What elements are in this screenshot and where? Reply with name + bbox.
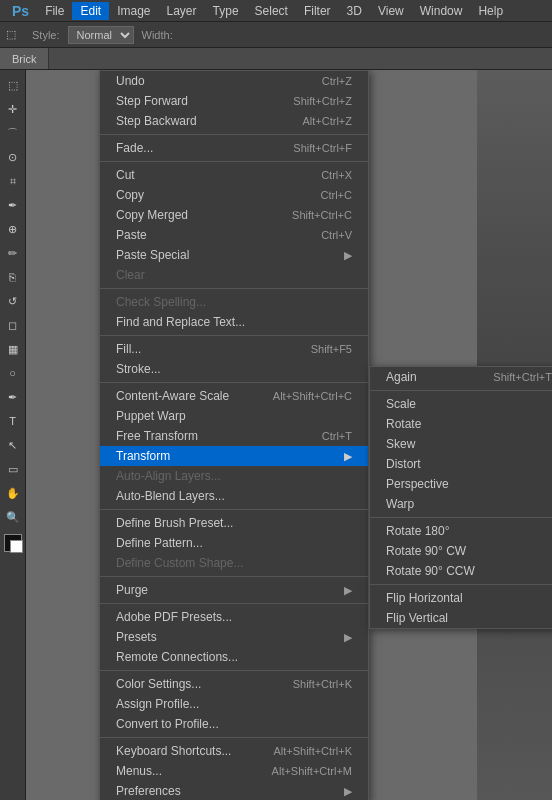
menu-color-settings[interactable]: Color Settings... Shift+Ctrl+K [100, 674, 368, 694]
transform-sep2 [370, 517, 552, 518]
menu-define-brush[interactable]: Define Brush Preset... [100, 513, 368, 533]
menu-puppet-warp[interactable]: Puppet Warp [100, 406, 368, 426]
menu-copy-merged[interactable]: Copy Merged Shift+Ctrl+C [100, 205, 368, 225]
menu-remote-connections[interactable]: Remote Connections... [100, 647, 368, 667]
path-select-tool[interactable]: ↖ [2, 434, 24, 456]
menu-paste[interactable]: Paste Ctrl+V [100, 225, 368, 245]
menu-purge[interactable]: Purge ▶ [100, 580, 368, 600]
transform-sep1 [370, 390, 552, 391]
transform-scale[interactable]: Scale [370, 394, 552, 414]
menu-step-forward[interactable]: Step Forward Shift+Ctrl+Z [100, 91, 368, 111]
style-label: Style: [32, 29, 60, 41]
crop-tool[interactable]: ⌗ [2, 170, 24, 192]
marquee-tool[interactable]: ⬚ [2, 74, 24, 96]
background-color[interactable] [10, 540, 23, 553]
menu-file[interactable]: File [37, 2, 72, 20]
transform-perspective[interactable]: Perspective [370, 474, 552, 494]
eraser-tool[interactable]: ◻ [2, 314, 24, 336]
zoom-tool[interactable]: 🔍 [2, 506, 24, 528]
menu-content-aware-scale[interactable]: Content-Aware Scale Alt+Shift+Ctrl+C [100, 386, 368, 406]
menu-undo[interactable]: Undo Ctrl+Z [100, 71, 368, 91]
transform-distort[interactable]: Distort [370, 454, 552, 474]
transform-again[interactable]: Again Shift+Ctrl+T [370, 367, 552, 387]
sep10 [100, 737, 368, 738]
eyedropper-tool[interactable]: ✒ [2, 194, 24, 216]
clone-stamp-tool[interactable]: ⎘ [2, 266, 24, 288]
pen-tool[interactable]: ✒ [2, 386, 24, 408]
menu-filter[interactable]: Filter [296, 2, 339, 20]
canvas-area: Undo Ctrl+Z Step Forward Shift+Ctrl+Z St… [26, 70, 552, 800]
brush-tool[interactable]: ✏ [2, 242, 24, 264]
transform-rotate-180[interactable]: Rotate 180° [370, 521, 552, 541]
text-tool[interactable]: T [2, 410, 24, 432]
width-label: Width: [142, 29, 173, 41]
menu-assign-profile[interactable]: Assign Profile... [100, 694, 368, 714]
tab-bar: Brick [0, 48, 552, 70]
edit-dropdown: Undo Ctrl+Z Step Forward Shift+Ctrl+Z St… [99, 70, 369, 800]
menu-find-replace[interactable]: Find and Replace Text... [100, 312, 368, 332]
menu-define-pattern[interactable]: Define Pattern... [100, 533, 368, 553]
menu-cut[interactable]: Cut Ctrl+X [100, 165, 368, 185]
main-area: ⬚ ✛ ⌒ ⊙ ⌗ ✒ ⊕ ✏ ⎘ ↺ ◻ ▦ ○ ✒ T ↖ ▭ ✋ 🔍 Un… [0, 70, 552, 800]
transform-warp[interactable]: Warp [370, 494, 552, 514]
gradient-tool[interactable]: ▦ [2, 338, 24, 360]
transform-flip-horizontal[interactable]: Flip Horizontal [370, 588, 552, 608]
menu-step-backward[interactable]: Step Backward Alt+Ctrl+Z [100, 111, 368, 131]
sep3 [100, 288, 368, 289]
menu-clear[interactable]: Clear [100, 265, 368, 285]
style-select[interactable]: Normal [68, 26, 134, 44]
sep4 [100, 335, 368, 336]
sep5 [100, 382, 368, 383]
lasso-tool[interactable]: ⌒ [2, 122, 24, 144]
menu-fade[interactable]: Fade... Shift+Ctrl+F [100, 138, 368, 158]
sep2 [100, 161, 368, 162]
menu-3d[interactable]: 3D [339, 2, 370, 20]
menu-convert-profile[interactable]: Convert to Profile... [100, 714, 368, 734]
history-brush-tool[interactable]: ↺ [2, 290, 24, 312]
menu-keyboard-shortcuts[interactable]: Keyboard Shortcuts... Alt+Shift+Ctrl+K [100, 741, 368, 761]
menu-fill[interactable]: Fill... Shift+F5 [100, 339, 368, 359]
shape-tool[interactable]: ▭ [2, 458, 24, 480]
transform-flip-vertical[interactable]: Flip Vertical [370, 608, 552, 628]
menu-adobe-pdf[interactable]: Adobe PDF Presets... [100, 607, 368, 627]
menu-auto-align[interactable]: Auto-Align Layers... [100, 466, 368, 486]
menu-transform[interactable]: Transform ▶ [100, 446, 368, 466]
menu-define-custom-shape[interactable]: Define Custom Shape... [100, 553, 368, 573]
menu-layer[interactable]: Layer [159, 2, 205, 20]
menu-free-transform[interactable]: Free Transform Ctrl+T [100, 426, 368, 446]
transform-skew[interactable]: Skew [370, 434, 552, 454]
menu-menus[interactable]: Menus... Alt+Shift+Ctrl+M [100, 761, 368, 781]
transform-rotate-90ccw[interactable]: Rotate 90° CCW [370, 561, 552, 581]
menu-copy[interactable]: Copy Ctrl+C [100, 185, 368, 205]
menu-bar: Ps File Edit Image Layer Type Select Fil… [0, 0, 552, 22]
selection-icon: ⬚ [6, 28, 16, 41]
menu-help[interactable]: Help [470, 2, 511, 20]
transform-rotate[interactable]: Rotate [370, 414, 552, 434]
menu-paste-special[interactable]: Paste Special ▶ [100, 245, 368, 265]
menu-select[interactable]: Select [247, 2, 296, 20]
menu-view[interactable]: View [370, 2, 412, 20]
menu-type[interactable]: Type [205, 2, 247, 20]
transform-sep3 [370, 584, 552, 585]
tab-brick[interactable]: Brick [0, 48, 49, 69]
dodge-tool[interactable]: ○ [2, 362, 24, 384]
menu-check-spelling[interactable]: Check Spelling... [100, 292, 368, 312]
menu-presets[interactable]: Presets ▶ [100, 627, 368, 647]
menu-stroke[interactable]: Stroke... [100, 359, 368, 379]
transform-submenu: Again Shift+Ctrl+T Scale Rotate Skew Dis… [369, 366, 552, 629]
foreground-color[interactable] [4, 534, 22, 552]
ps-logo: Ps [4, 3, 37, 19]
options-bar: ⬚ Style: Normal Width: [0, 22, 552, 48]
spot-heal-tool[interactable]: ⊕ [2, 218, 24, 240]
hand-tool[interactable]: ✋ [2, 482, 24, 504]
menu-edit[interactable]: Edit [72, 2, 109, 20]
transform-rotate-90cw[interactable]: Rotate 90° CW [370, 541, 552, 561]
quick-select-tool[interactable]: ⊙ [2, 146, 24, 168]
move-tool[interactable]: ✛ [2, 98, 24, 120]
menu-preferences[interactable]: Preferences ▶ [100, 781, 368, 800]
menu-window[interactable]: Window [412, 2, 471, 20]
sep1 [100, 134, 368, 135]
menu-auto-blend[interactable]: Auto-Blend Layers... [100, 486, 368, 506]
sep8 [100, 603, 368, 604]
menu-image[interactable]: Image [109, 2, 158, 20]
